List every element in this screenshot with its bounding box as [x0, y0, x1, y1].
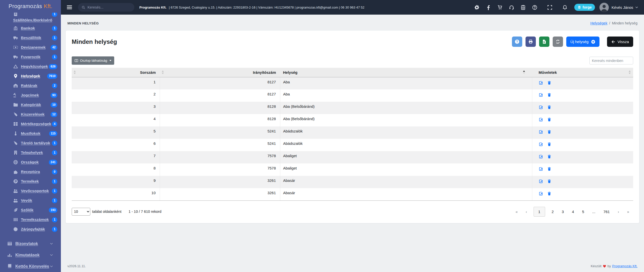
edit-button[interactable] [539, 93, 543, 97]
delete-button[interactable] [547, 142, 551, 146]
delete-button[interactable] [547, 167, 551, 171]
clipboard-clock-icon[interactable] [520, 5, 526, 10]
pager-first[interactable]: « [511, 210, 521, 214]
pager-page-5[interactable]: 5 [578, 210, 588, 214]
table-row: 87578Abaliget [72, 163, 633, 176]
sidebar-item-fuvaroz-k[interactable]: Fuvarozók1 [0, 52, 61, 62]
pager-prev[interactable]: ‹ [522, 210, 531, 214]
main-card: Minden helység Új helység Vissza [65, 30, 639, 223]
cart-icon[interactable] [497, 5, 503, 10]
edit-button[interactable] [539, 167, 543, 171]
count-badge: 1 [52, 26, 57, 31]
page-size-select[interactable]: 10 [72, 208, 90, 216]
new-location-button[interactable]: Új helység [566, 37, 599, 47]
help-circle-icon[interactable] [532, 5, 537, 10]
sidebar-item-sz-l-k[interactable]: Szőlők193 [0, 205, 61, 215]
sidebar-item-z-rjegyfajt-k[interactable]: Zárjegyfajták1 [0, 224, 61, 234]
fullscreen-icon[interactable] [547, 5, 552, 10]
count-badge: 4 [52, 121, 57, 127]
pager-page-4[interactable]: 4 [568, 210, 578, 214]
bottle-icon [13, 112, 18, 117]
user-name[interactable]: Kévés János [612, 5, 633, 10]
edit-button[interactable] [539, 130, 543, 134]
sidebar-item-term-ksz-mok[interactable]: Termékszámok1 [0, 215, 61, 224]
bell-icon[interactable] [562, 5, 568, 10]
sort-icon [162, 71, 164, 74]
delete-button[interactable] [547, 105, 551, 109]
sidebar-item-jogc-mek[interactable]: Jogcímek93 [0, 90, 61, 100]
pager-page-2[interactable]: 2 [548, 210, 558, 214]
hamburger-menu-icon[interactable] [66, 4, 72, 10]
sidebar-item-devizanemek[interactable]: Devizanemek42 [0, 43, 61, 52]
delete-button[interactable] [547, 130, 551, 134]
sidebar-group-bizonylatok[interactable]: Bizonylatok [0, 238, 61, 249]
delete-button[interactable] [547, 179, 551, 183]
edit-button[interactable] [539, 191, 543, 196]
excel-export-button[interactable] [539, 37, 549, 47]
company-footer-link[interactable]: Programozás Kft. [612, 264, 637, 268]
header-iranyitoszam[interactable]: Irányítószám [160, 68, 280, 77]
global-search-input[interactable] [88, 5, 131, 9]
sidebar-item-hegyk-zs-gek[interactable]: Hegyközségek626 [0, 62, 61, 71]
sidebar-item-helys-gek[interactable]: Helységek7610 [0, 71, 61, 81]
edit-button[interactable] [539, 179, 543, 183]
forge-badge[interactable]: forge [574, 4, 595, 11]
sidebar-item-t-rol-tart-lyok[interactable]: Tároló tartályok1 [0, 138, 61, 148]
pager-page-3[interactable]: 3 [558, 210, 568, 214]
breadcrumb-link-helysegek[interactable]: Helységek [590, 21, 608, 25]
locations-table: Sorszám Irányítószám Helység Műveletek [72, 68, 633, 201]
pager-next[interactable]: › [614, 210, 623, 214]
column-visibility-button[interactable]: Oszlop láthatóság [72, 56, 114, 65]
app-logo[interactable]: Programozás Kft. [0, 0, 61, 13]
sidebar-item-recept-ra[interactable]: Receptúra0 [0, 167, 61, 177]
sidebar-item-telephelyek[interactable]: Telephelyek1 [0, 148, 61, 157]
cell-sorszam: 2 [72, 89, 160, 102]
delete-button[interactable] [547, 191, 551, 196]
cell-helyseg: Aba (Belsőbáránd) [280, 102, 532, 114]
user-avatar[interactable] [599, 3, 609, 12]
delete-button[interactable] [547, 93, 551, 97]
sidebar-group-kimutat-sok[interactable]: Kimutatások [0, 249, 61, 261]
sidebar-item-vev-k[interactable]: Vevők1 [0, 196, 61, 205]
header-muveletek[interactable]: Műveletek [532, 68, 633, 77]
count-badge: 1 [52, 227, 57, 232]
header-sorszam[interactable]: Sorszám [72, 68, 160, 77]
sidebar-item-term-kek[interactable]: Termékek1 [0, 177, 61, 186]
cell-sorszam: 3 [72, 102, 160, 114]
edit-button[interactable] [539, 154, 543, 159]
pager-page-1[interactable]: 1 [534, 207, 545, 217]
header-helyseg[interactable]: Helység [280, 68, 532, 77]
sidebar-item-kiszerel-sek[interactable]: Kiszerelések12 [0, 110, 61, 119]
sidebar-item-besz-ll-t-k[interactable]: Beszállítók1 [0, 33, 61, 43]
delete-button[interactable] [547, 81, 551, 85]
chevron-down-icon[interactable] [635, 6, 638, 9]
edit-button[interactable] [539, 117, 543, 122]
pager-last[interactable]: » [623, 210, 633, 214]
headset-icon[interactable] [509, 5, 514, 10]
refresh-button[interactable] [553, 37, 563, 47]
facebook-icon[interactable] [486, 5, 491, 10]
globe-icon [13, 160, 18, 165]
help-button[interactable] [512, 37, 522, 47]
warehouse-icon [13, 83, 18, 88]
sidebar-item-rakt-rak[interactable]: Raktárak2 [0, 81, 61, 90]
back-button[interactable]: Vissza [607, 37, 633, 47]
sidebar-item-vev-csoportok[interactable]: Vevőcsoportok1 [0, 186, 61, 196]
edit-button[interactable] [539, 142, 543, 146]
sidebar-group-kett-s-k-nyvel-s[interactable]: Kettős Könyvelés [0, 261, 61, 272]
gear-icon[interactable] [474, 5, 479, 10]
pager-page-761[interactable]: 761 [599, 210, 614, 214]
delete-button[interactable] [547, 117, 551, 122]
sidebar-item-orsz-gok[interactable]: Országok241 [0, 157, 61, 167]
table-search-input[interactable] [589, 57, 633, 64]
edit-button[interactable] [539, 81, 543, 85]
plus-circle-icon [591, 40, 595, 44]
edit-button[interactable] [539, 105, 543, 109]
sidebar-item-mustfokok[interactable]: Mustfokok115 [0, 129, 61, 138]
delete-button[interactable] [547, 154, 551, 159]
cell-iranyitoszam: 7578 [160, 151, 280, 163]
sidebar-item-m-rt-kegys-gek[interactable]: Mértékegységek4 [0, 119, 61, 129]
sidebar-item-bankok[interactable]: Bankok1 [0, 23, 61, 33]
print-button[interactable] [526, 37, 536, 47]
sidebar-item-kateg-ri-k[interactable]: Kategóriák10 [0, 100, 61, 110]
